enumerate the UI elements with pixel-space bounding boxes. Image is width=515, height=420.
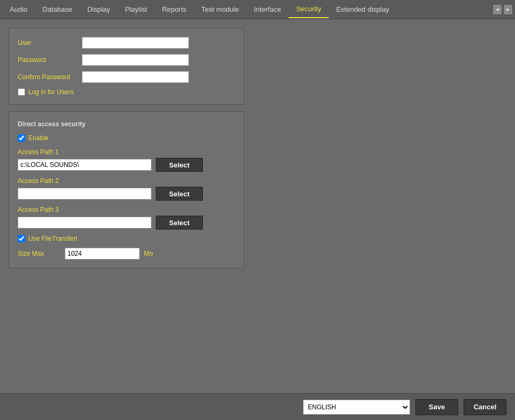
access-path-3-controls: Select xyxy=(18,216,235,230)
user-label: User xyxy=(18,39,82,47)
tab-interface[interactable]: Interface xyxy=(246,1,289,18)
cancel-button[interactable]: Cancel xyxy=(464,399,506,415)
use-file-transfert-row: Use FileTransfert xyxy=(18,235,235,242)
size-max-input[interactable] xyxy=(65,248,140,259)
access-path-1-label: Access Path 1 xyxy=(18,148,235,156)
user-row: User xyxy=(18,37,235,49)
main-content: User Password Confirm Password Log in fo… xyxy=(0,19,515,277)
user-input[interactable] xyxy=(82,37,189,49)
language-select[interactable]: ENGLISH FRENCH SPANISH GERMAN xyxy=(303,400,410,415)
enable-row: Enable xyxy=(18,134,235,142)
bottom-bar: ENGLISH FRENCH SPANISH GERMAN Save Cance… xyxy=(0,393,515,420)
login-users-label: Log in for Users xyxy=(28,88,74,96)
access-path-3-label: Access Path 3 xyxy=(18,206,235,213)
password-input[interactable] xyxy=(82,54,189,66)
enable-label: Enable xyxy=(28,134,48,142)
access-path-2-row: Access Path 2 Select xyxy=(18,177,235,201)
nav-bar: Audio Database Display Playlist Reports … xyxy=(0,0,515,19)
save-button[interactable]: Save xyxy=(415,399,458,415)
nav-arrow-left[interactable]: ◄ xyxy=(493,4,502,15)
access-path-1-input[interactable] xyxy=(18,159,152,171)
access-path-2-input[interactable] xyxy=(18,188,152,200)
tab-reports[interactable]: Reports xyxy=(155,1,194,18)
use-file-transfert-label: Use FileTransfert xyxy=(28,235,78,242)
enable-checkbox[interactable] xyxy=(18,134,25,142)
nav-arrow-right[interactable]: ► xyxy=(503,4,513,15)
access-path-3-input[interactable] xyxy=(18,217,152,228)
confirm-password-label: Confirm Password xyxy=(18,73,82,81)
tab-audio[interactable]: Audio xyxy=(2,1,35,18)
access-path-2-label: Access Path 2 xyxy=(18,177,235,185)
tab-display[interactable]: Display xyxy=(80,1,118,18)
direct-access-panel: Direct access security Enable Access Pat… xyxy=(9,111,244,269)
access-path-3-row: Access Path 3 Select xyxy=(18,206,235,230)
direct-access-title: Direct access security xyxy=(18,120,235,128)
access-path-1-select-button[interactable]: Select xyxy=(156,158,203,172)
tab-testmodule[interactable]: Test module xyxy=(194,1,246,18)
access-path-2-controls: Select xyxy=(18,187,235,201)
size-max-row: Size Max Mo xyxy=(18,248,235,259)
tab-extendeddisplay[interactable]: Extended display xyxy=(329,1,397,18)
user-panel: User Password Confirm Password Log in fo… xyxy=(9,28,244,105)
password-row: Password xyxy=(18,54,235,66)
size-max-unit: Mo xyxy=(144,250,153,257)
password-label: Password xyxy=(18,56,82,64)
access-path-2-select-button[interactable]: Select xyxy=(156,187,203,201)
tab-playlist[interactable]: Playlist xyxy=(118,1,155,18)
nav-arrows: ◄ ► xyxy=(493,4,513,15)
confirm-password-row: Confirm Password xyxy=(18,71,235,83)
access-path-1-row: Access Path 1 Select xyxy=(18,148,235,172)
tab-security[interactable]: Security xyxy=(289,1,329,18)
use-file-transfert-checkbox[interactable] xyxy=(18,235,25,242)
tab-database[interactable]: Database xyxy=(35,1,80,18)
login-users-row: Log in for Users xyxy=(18,88,235,96)
size-max-label: Size Max xyxy=(18,250,60,257)
access-path-3-select-button[interactable]: Select xyxy=(156,216,203,230)
login-users-checkbox[interactable] xyxy=(18,88,25,96)
access-path-1-controls: Select xyxy=(18,158,235,172)
confirm-password-input[interactable] xyxy=(82,71,189,83)
